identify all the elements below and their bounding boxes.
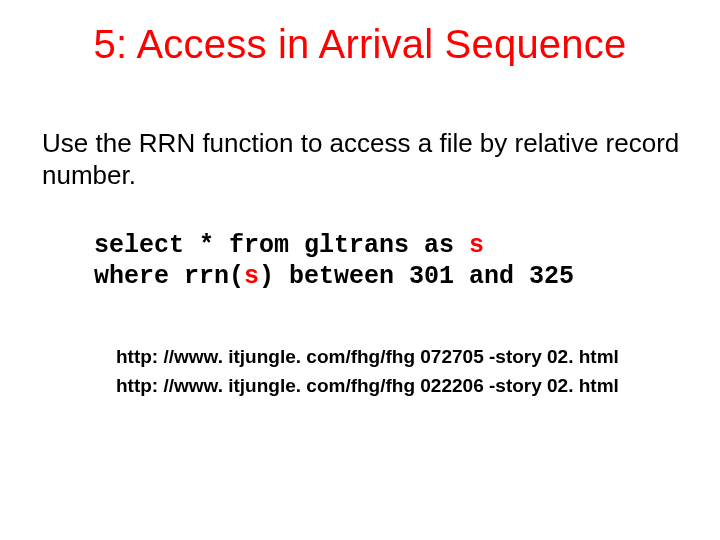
reference-link-2: http: //www. itjungle. com/fhg/fhg 02220… (116, 371, 619, 400)
body-paragraph: Use the RRN function to access a file by… (42, 128, 682, 191)
code-alias: s (469, 231, 484, 260)
slide: 5: Access in Arrival Sequence Use the RR… (0, 0, 720, 540)
code-block: select * from gltrans as s where rrn(s) … (94, 230, 574, 293)
code-line-1: select * from gltrans as s (94, 231, 484, 260)
code-text: select * from gltrans as (94, 231, 469, 260)
code-line-2: where rrn(s) between 301 and 325 (94, 262, 574, 291)
reference-link-1: http: //www. itjungle. com/fhg/fhg 07270… (116, 342, 619, 371)
reference-links: http: //www. itjungle. com/fhg/fhg 07270… (116, 342, 619, 401)
code-text: where rrn( (94, 262, 244, 291)
code-text: ) between 301 and 325 (259, 262, 574, 291)
code-alias: s (244, 262, 259, 291)
slide-title: 5: Access in Arrival Sequence (0, 22, 720, 67)
